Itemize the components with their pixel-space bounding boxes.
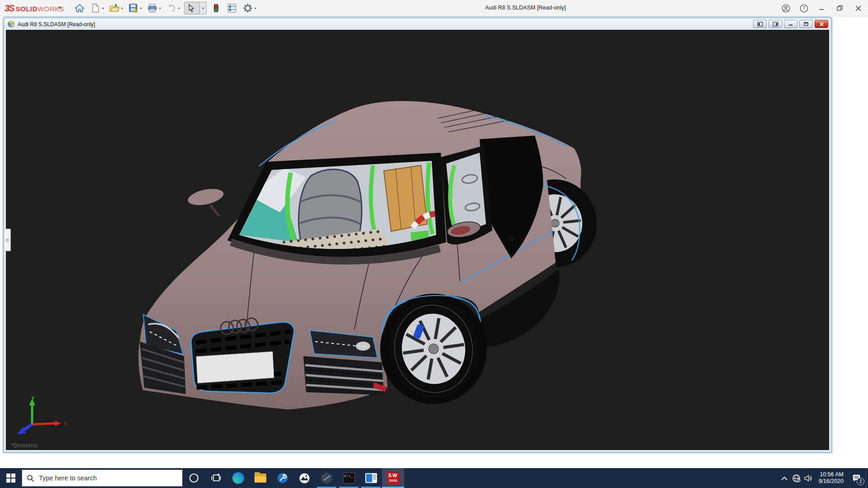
close-icon[interactable]	[854, 4, 863, 13]
taskbar-search[interactable]	[22, 469, 183, 487]
windows-logo-icon	[6, 474, 15, 483]
app-titlebar: 3S SOLID WORKS ▸ ▾ ▾	[0, 0, 868, 16]
print-icon	[147, 3, 158, 14]
logo-solid-text: SOLID	[15, 5, 37, 13]
svg-text:?: ?	[802, 6, 805, 11]
select-dropdown[interactable]: ▾	[199, 2, 206, 14]
undo-icon	[166, 3, 177, 14]
document-title: Audi R8 S.SLDASM [Read-only]	[18, 21, 95, 28]
pane-right-icon	[773, 22, 778, 27]
save-dropdown[interactable]: ▾	[140, 6, 142, 10]
task-pane-icon	[226, 3, 237, 14]
show-desktop-button[interactable]	[865, 468, 868, 488]
taskbar-app-hexagon[interactable]	[316, 468, 338, 488]
right-intake	[303, 356, 387, 395]
solidworks-logo: 3S SOLID WORKS	[5, 3, 64, 14]
doc-close-button[interactable]	[815, 20, 828, 28]
cortana-icon	[189, 473, 199, 483]
taskbar-app-command-prompt[interactable]: C:\_	[338, 468, 360, 488]
options-button[interactable]: ▾	[241, 1, 257, 15]
new-document-icon	[90, 3, 101, 14]
appbar-window-controls: ?	[781, 0, 863, 16]
command-prompt-icon: C:\_	[343, 473, 355, 483]
taskbar-app-admin-tools[interactable]	[271, 468, 293, 488]
doc-close-icon	[819, 22, 824, 27]
left-mirror[interactable]	[186, 186, 225, 216]
solidworks-logo-mark: 3S	[5, 3, 14, 14]
feature-tree-collapse-tab[interactable]	[5, 229, 11, 251]
traffic-light-icon	[211, 3, 222, 14]
tray-chevron-up-icon[interactable]	[778, 468, 790, 488]
clock-time: 10:56 AM	[818, 471, 844, 478]
taskbar-clock[interactable]: 10:56 AM 9/16/2020	[818, 471, 844, 485]
print-dropdown[interactable]: ▾	[159, 6, 161, 10]
new-document-button[interactable]: ▾	[89, 1, 105, 15]
triad-x-label: X	[64, 421, 67, 426]
hexagon-app-icon	[321, 472, 333, 484]
document-window-controls	[753, 20, 828, 28]
select-tool-button[interactable]: ▾	[184, 2, 207, 14]
options-dropdown[interactable]: ▾	[255, 6, 256, 10]
taskbar-app-window[interactable]	[360, 468, 382, 488]
traffic-light-button[interactable]	[210, 1, 222, 15]
orientation-triad: Y X	[14, 396, 68, 439]
volume-icon[interactable]	[802, 468, 814, 488]
taskbar-app-cortana[interactable]	[183, 468, 205, 488]
pane-toggle-left-button[interactable]	[753, 20, 767, 28]
notification-badge: 2	[857, 478, 864, 485]
print-button[interactable]: ▾	[146, 1, 162, 15]
network-globe-icon[interactable]	[790, 468, 802, 488]
help-icon[interactable]: ?	[799, 4, 808, 13]
select-cursor-icon	[187, 4, 196, 13]
doc-restore-icon	[803, 22, 809, 26]
taskbar-app-task-view[interactable]	[205, 468, 227, 488]
restore-icon[interactable]	[835, 4, 844, 13]
doc-restore-button[interactable]	[799, 20, 813, 28]
open-button[interactable]: ▾	[108, 1, 124, 15]
document-window: Audi R8 S.SLDASM [Read-only]	[3, 17, 832, 453]
task-pane-button[interactable]	[226, 1, 238, 15]
window-app-icon	[365, 473, 377, 483]
taskbar-app-file-explorer[interactable]	[249, 468, 271, 488]
view-orientation-label: *Dimetric	[11, 442, 38, 449]
pane-toggle-right-button[interactable]	[769, 20, 782, 28]
collapse-tab-grip	[6, 239, 9, 242]
new-document-dropdown[interactable]: ▾	[102, 6, 104, 10]
save-button[interactable]: ▾	[127, 1, 143, 15]
home-icon	[74, 3, 85, 14]
edge-icon	[232, 472, 244, 484]
start-button[interactable]	[0, 468, 22, 488]
clock-date: 9/16/2020	[818, 478, 844, 485]
license-plate	[196, 352, 274, 383]
wrench-circle-icon	[277, 472, 288, 484]
windows-taskbar: C:\_ SW 2020	[0, 468, 868, 488]
pane-left-icon	[757, 22, 763, 27]
user-account-icon[interactable]	[781, 4, 790, 13]
graphics-viewport[interactable]: Y X *Dimetric	[6, 30, 829, 450]
sw-icon-label: SW	[387, 472, 399, 479]
search-icon	[27, 474, 34, 482]
minimize-icon[interactable]	[817, 4, 826, 13]
action-center-button[interactable]: 2	[847, 468, 865, 488]
audi-r8-model[interactable]	[6, 30, 829, 450]
quick-toolbar: ▾ ▾ ▾ ▾	[73, 0, 260, 16]
doc-minimize-button[interactable]	[784, 20, 797, 28]
search-input[interactable]	[39, 474, 165, 482]
assembly-document-icon	[7, 20, 15, 28]
undo-button[interactable]: ▾	[165, 1, 181, 15]
taskbar-app-photos[interactable]	[293, 468, 316, 488]
system-tray: 10:56 AM 9/16/2020 2	[778, 468, 868, 488]
home-button[interactable]	[73, 1, 86, 15]
taskbar-app-edge[interactable]	[227, 468, 249, 488]
solidworks-2020-icon: SW 2020	[387, 472, 399, 484]
open-dropdown[interactable]: ▾	[121, 6, 123, 10]
doc-minimize-icon	[788, 22, 793, 26]
undo-dropdown[interactable]: ▾	[178, 6, 180, 10]
toolbar-flyout-arrow[interactable]: ▸	[59, 4, 61, 10]
save-icon	[128, 3, 139, 14]
document-titlebar[interactable]: Audi R8 S.SLDASM [Read-only]	[5, 19, 830, 30]
app-title: Audi R8 S.SLDASM [Read-only]	[485, 5, 566, 11]
triad-y-label: Y	[31, 396, 35, 401]
gear-icon	[242, 3, 253, 14]
taskbar-app-solidworks[interactable]: SW 2020	[382, 468, 404, 488]
